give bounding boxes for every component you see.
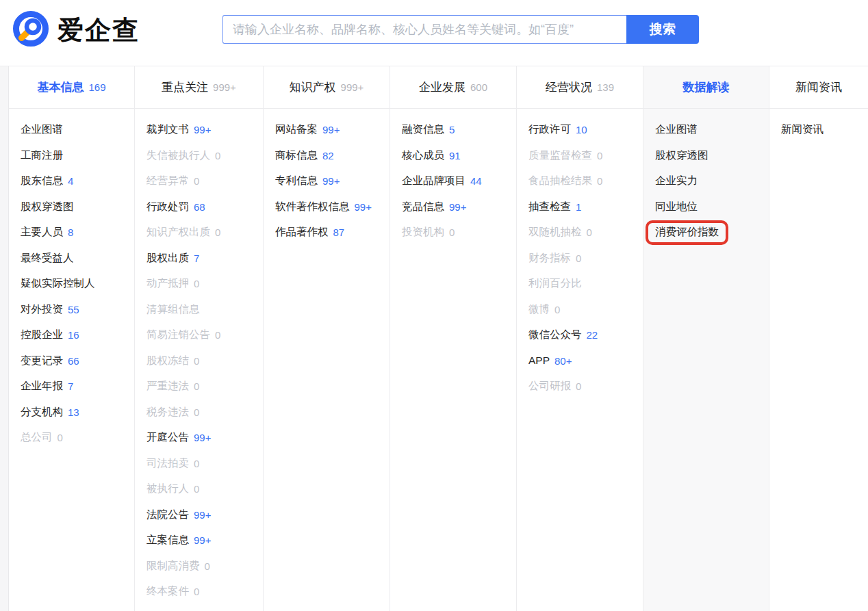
- menu-item[interactable]: 微信公众号22: [528, 322, 643, 348]
- menu-item-label: 质量监督检查: [528, 148, 592, 163]
- menu-tab-count: 600: [470, 81, 487, 93]
- menu-item[interactable]: 企业年报7: [21, 374, 134, 400]
- menu-item[interactable]: 开庭公告99+: [146, 425, 263, 451]
- menu-item-label: 食品抽检结果: [528, 174, 592, 188]
- menu-item-count: 99+: [449, 201, 466, 213]
- menu-column-body: 裁判文书99+失信被执行人0经营异常0行政处罚68知识产权出质0股权出质7动产抵…: [135, 109, 263, 605]
- menu-item[interactable]: 控股企业16: [21, 322, 134, 348]
- menu-item-label: 裁判文书: [146, 122, 189, 137]
- menu-item-label: 开庭公告: [146, 430, 189, 445]
- menu-tab-经营状况[interactable]: 经营状况139: [517, 66, 643, 109]
- menu-item-count: 0: [215, 329, 220, 341]
- menu-tab-新闻资讯[interactable]: 新闻资讯: [769, 66, 868, 109]
- aiqicha-logo[interactable]: 爱企查: [12, 10, 140, 50]
- menu-item[interactable]: 最终受益人: [21, 246, 134, 272]
- menu-item-label: 行政许可: [528, 122, 571, 137]
- menu-item[interactable]: 法院公告99+: [146, 502, 263, 528]
- menu-item[interactable]: 竞品信息99+: [402, 194, 516, 220]
- menu-item-count: 0: [215, 150, 220, 161]
- menu-column: 基本信息169企业图谱工商注册股东信息4股权穿透图主要人员8最终受益人疑似实际控…: [9, 66, 135, 611]
- menu-item[interactable]: 融资信息5: [402, 117, 516, 143]
- menu-tab-基本信息[interactable]: 基本信息169: [9, 66, 134, 109]
- menu-item[interactable]: 同业地位: [655, 194, 769, 220]
- menu-item[interactable]: 分支机构13: [21, 400, 134, 426]
- search-input[interactable]: [222, 15, 626, 44]
- menu-tab-count: 139: [597, 81, 614, 93]
- menu-item[interactable]: 网站备案99+: [275, 117, 390, 143]
- menu-item-count: 99+: [322, 175, 340, 187]
- menu-item[interactable]: 行政处罚68: [146, 194, 263, 220]
- menu-item-count: 16: [68, 329, 79, 341]
- menu-item-label: 对外投资: [21, 302, 63, 317]
- menu-tab-label: 企业发展: [419, 79, 465, 95]
- menu-item-count: 1: [576, 201, 581, 213]
- menu-item-label: 简易注销公告: [146, 328, 210, 342]
- menu-item-count: 0: [194, 586, 199, 597]
- menu-item[interactable]: 主要人员8: [21, 220, 134, 246]
- menu-item[interactable]: 新闻资讯: [781, 117, 868, 143]
- menu-item[interactable]: 专利信息99+: [275, 168, 390, 194]
- menu-item-count: 68: [194, 201, 205, 213]
- menu-tab-知识产权[interactable]: 知识产权999+: [264, 66, 390, 109]
- menu-item-count: 0: [449, 226, 455, 238]
- menu-item-label: 竞品信息: [402, 200, 444, 214]
- search-button[interactable]: 搜索: [626, 15, 699, 44]
- menu-item[interactable]: 股权穿透图: [21, 194, 134, 220]
- menu-item-label: 分支机构: [21, 405, 63, 419]
- menu-item: 质量监督检查0: [528, 143, 643, 169]
- menu-item[interactable]: 裁判文书99+: [146, 117, 263, 143]
- menu-item[interactable]: 行政许可10: [528, 117, 643, 143]
- menu-item[interactable]: 企业实力: [655, 168, 769, 194]
- menu-tab-数据解读[interactable]: 数据解读: [643, 66, 769, 109]
- menu-item-label: 企业图谱: [21, 122, 63, 137]
- menu-item: 投资机构0: [402, 220, 516, 246]
- menu-item: 简易注销公告0: [146, 322, 263, 348]
- menu-item[interactable]: 股东信息4: [21, 168, 134, 194]
- menu-tab-企业发展[interactable]: 企业发展600: [390, 66, 516, 109]
- menu-item-label: 失信被执行人: [146, 148, 210, 163]
- menu-item-label: 主要人员: [21, 225, 63, 239]
- menu-item[interactable]: 企业品牌项目44: [402, 168, 516, 194]
- menu-item[interactable]: 对外投资55: [21, 297, 134, 323]
- menu-item[interactable]: 核心成员91: [402, 143, 516, 169]
- menu-item-count: 13: [68, 406, 79, 418]
- menu-item-label: 最终受益人: [21, 251, 74, 265]
- menu-item-label: 专利信息: [275, 174, 318, 188]
- menu-item-count: 0: [194, 380, 199, 392]
- menu-item-label: 清算组信息: [146, 302, 200, 317]
- menu-item[interactable]: 抽查检查1: [528, 194, 643, 220]
- menu-tab-label: 基本信息: [37, 79, 84, 95]
- menu-item-label: 企业图谱: [655, 122, 698, 137]
- menu-item-count: 66: [68, 355, 79, 367]
- menu-item-label: 微信公众号: [528, 328, 582, 342]
- menu-item-label: 企业品牌项目: [402, 174, 465, 188]
- menu-item[interactable]: 作品著作权87: [275, 220, 390, 246]
- search-box: 搜索: [222, 15, 699, 44]
- menu-column-body: 融资信息5核心成员91企业品牌项目44竞品信息99+投资机构0: [390, 109, 516, 246]
- menu-item[interactable]: 股权出质7: [146, 246, 263, 272]
- menu-item-label: 工商注册: [21, 148, 63, 163]
- menu-item[interactable]: 工商注册: [21, 143, 134, 169]
- menu-item-count: 44: [470, 175, 482, 187]
- menu-item[interactable]: 企业图谱: [655, 117, 769, 143]
- menu-item[interactable]: 变更记录66: [21, 348, 134, 374]
- menu-item[interactable]: APP80+: [528, 348, 643, 374]
- menu-item[interactable]: 疑似实际控制人: [21, 271, 134, 297]
- menu-item[interactable]: 企业图谱: [21, 117, 134, 143]
- menu-item[interactable]: 软件著作权信息99+: [275, 194, 390, 220]
- left-gutter: [0, 66, 9, 611]
- menu-item-count: 99+: [194, 534, 211, 546]
- menu-item-label: 抽查检查: [528, 200, 571, 214]
- menu-item-count: 0: [215, 226, 220, 238]
- menu-item: 财务指标0: [528, 246, 643, 272]
- menu-item-label: 股东信息: [21, 174, 63, 188]
- menu-item: 双随机抽检0: [528, 220, 643, 246]
- menu-column-body: 企业图谱工商注册股东信息4股权穿透图主要人员8最终受益人疑似实际控制人对外投资5…: [9, 109, 134, 451]
- menu-item[interactable]: 消费评价指数: [655, 220, 769, 246]
- menu-item-count: 0: [194, 483, 199, 495]
- menu-tab-重点关注[interactable]: 重点关注999+: [135, 66, 263, 109]
- menu-item-count: 82: [322, 150, 334, 161]
- menu-item[interactable]: 立案信息99+: [146, 528, 263, 554]
- menu-item[interactable]: 商标信息82: [275, 143, 390, 169]
- menu-item[interactable]: 股权穿透图: [655, 143, 769, 169]
